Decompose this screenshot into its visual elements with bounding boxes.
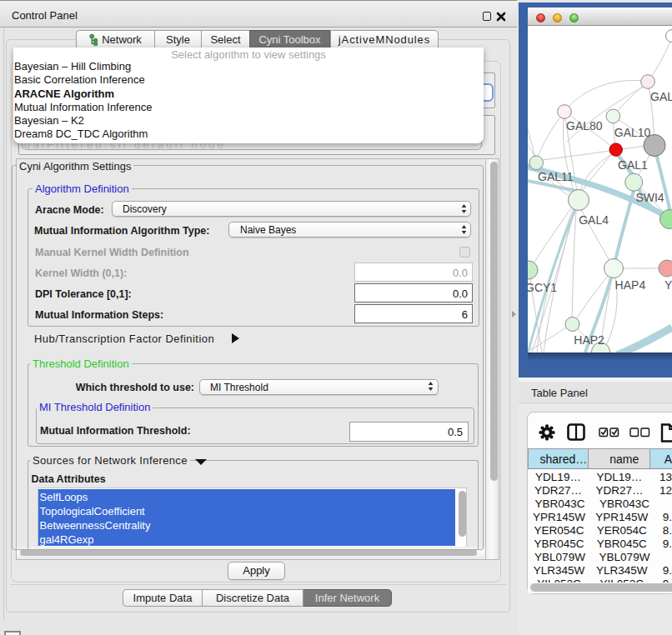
svg-text:SWI4: SWI4	[635, 191, 664, 204]
svg-text:GAL1: GAL1	[618, 158, 648, 172]
svg-text:HAP2: HAP2	[574, 333, 604, 347]
svg-text:GAL80: GAL80	[566, 119, 603, 132]
svg-text:GAL2: GAL2	[650, 90, 672, 103]
svg-text:GCY1: GCY1	[528, 281, 557, 294]
svg-text:GAL4: GAL4	[579, 213, 609, 227]
svg-text:GAL11: GAL11	[538, 170, 574, 183]
svg-text:HAP4: HAP4	[615, 278, 646, 292]
svg-text:Y: Y	[664, 278, 672, 292]
svg-text:GAL10: GAL10	[614, 126, 651, 139]
